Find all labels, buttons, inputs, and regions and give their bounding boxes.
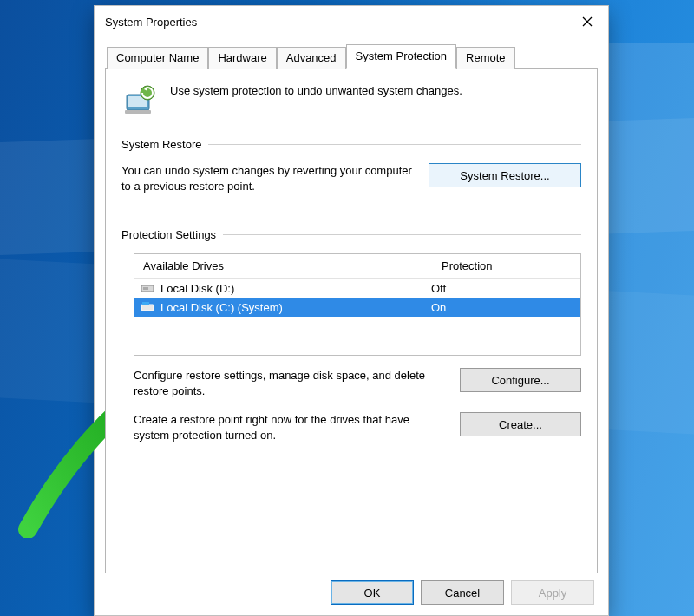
close-icon (582, 16, 593, 27)
tab-panel-system-protection: Use system protection to undo unwanted s… (105, 68, 598, 573)
system-protection-icon (121, 82, 158, 119)
intro-row: Use system protection to undo unwanted s… (121, 82, 581, 119)
tab-strip: Computer Name Hardware Advanced System P… (107, 44, 598, 68)
divider (223, 234, 581, 235)
tab-remote[interactable]: Remote (456, 47, 515, 69)
cancel-button[interactable]: Cancel (421, 580, 504, 605)
system-restore-label: System Restore (121, 138, 201, 151)
system-restore-button[interactable]: System Restore... (429, 163, 581, 187)
system-drive-icon (140, 300, 155, 314)
tab-system-protection[interactable]: System Protection (346, 44, 457, 69)
drives-header: Available Drives Protection (134, 254, 580, 279)
drive-row-selected[interactable]: Local Disk (C:) (System) On (134, 298, 580, 317)
drives-body: Local Disk (D:) Off Local Disk (C:) (Sys… (134, 279, 580, 355)
dialog-actions: OK Cancel Apply (105, 573, 598, 605)
tab-computer-name[interactable]: Computer Name (107, 47, 208, 69)
desktop-background: System Properties Computer Name Hardware… (0, 0, 694, 616)
drive-protection: Off (428, 282, 575, 295)
configure-button[interactable]: Configure... (460, 368, 581, 392)
drive-row[interactable]: Local Disk (D:) Off (134, 279, 580, 298)
drive-name: Local Disk (D:) (160, 282, 428, 295)
system-properties-dialog: System Properties Computer Name Hardware… (94, 5, 609, 616)
tab-advanced[interactable]: Advanced (277, 47, 346, 69)
drives-list[interactable]: Available Drives Protection Local Disk (… (134, 253, 581, 356)
drive-name: Local Disk (C:) (System) (160, 301, 428, 314)
protection-settings-label: Protection Settings (121, 228, 216, 241)
column-protection: Protection (433, 254, 580, 278)
svg-rect-8 (143, 287, 148, 290)
svg-rect-9 (141, 305, 154, 311)
system-restore-row: You can undo system changes by reverting… (121, 163, 581, 193)
tab-hardware[interactable]: Hardware (208, 47, 276, 69)
column-available-drives: Available Drives (134, 254, 433, 278)
configure-desc: Configure restore settings, manage disk … (134, 368, 448, 398)
ok-button[interactable]: OK (331, 580, 414, 605)
window-title: System Properties (105, 16, 566, 29)
group-header-protection-settings: Protection Settings (121, 228, 581, 241)
close-button[interactable] (566, 6, 608, 37)
create-row: Create a restore point right now for the… (134, 412, 581, 442)
svg-rect-10 (142, 302, 149, 305)
divider (208, 144, 581, 145)
intro-text: Use system protection to undo unwanted s… (170, 82, 462, 97)
titlebar: System Properties (95, 6, 608, 37)
system-restore-desc: You can undo system changes by reverting… (121, 163, 416, 193)
apply-button[interactable]: Apply (511, 580, 594, 605)
group-header-system-restore: System Restore (121, 138, 581, 151)
create-button[interactable]: Create... (460, 412, 581, 436)
dialog-client-area: Computer Name Hardware Advanced System P… (95, 37, 608, 615)
drive-icon (140, 281, 155, 295)
drive-protection: On (428, 301, 575, 314)
configure-row: Configure restore settings, manage disk … (134, 368, 581, 398)
create-desc: Create a restore point right now for the… (134, 412, 448, 442)
svg-rect-4 (125, 110, 151, 114)
